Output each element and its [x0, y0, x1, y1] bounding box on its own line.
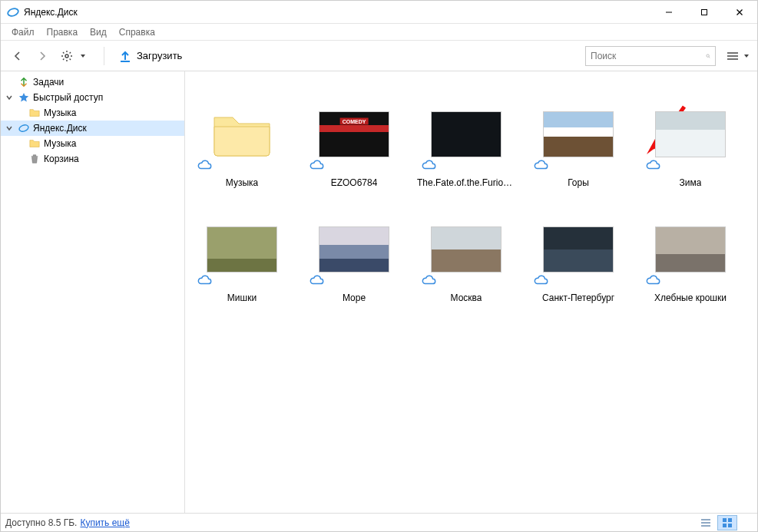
svg-point-12: [727, 52, 729, 54]
content-area: МузыкаEZOO6784The.Fate.of.the.Furious.2.…: [185, 71, 757, 513]
file-name: Мишки: [227, 292, 257, 303]
status-available: Доступно 8.5 ГБ.: [5, 517, 77, 528]
svg-point-13: [727, 55, 729, 57]
sidebar-label-yadisk-music: Музыка: [44, 138, 76, 149]
svg-point-5: [65, 55, 68, 58]
cloud-status-icon: [529, 159, 627, 173]
thumbnail: [641, 202, 740, 273]
svg-rect-19: [723, 518, 727, 522]
folder-icon: [28, 137, 41, 150]
cloud-status-icon: [305, 159, 403, 173]
thumbnail: [305, 87, 403, 157]
menu-file[interactable]: Файл: [5, 25, 41, 39]
thumbnail: [417, 87, 515, 157]
view-details-button[interactable]: [696, 515, 716, 530]
file-item[interactable]: Горы: [529, 87, 627, 188]
menu-view[interactable]: Вид: [84, 25, 113, 39]
sidebar-item-yadisk-music[interactable]: Музыка: [1, 136, 184, 151]
file-item[interactable]: EZOO6784: [305, 87, 403, 188]
file-item[interactable]: The.Fate.of.the.Furious.2...: [417, 87, 515, 188]
file-item[interactable]: Зима: [641, 87, 740, 188]
svg-point-15: [18, 124, 29, 133]
view-icons-button[interactable]: [717, 515, 737, 530]
sidebar-item-quick-music[interactable]: Музыка: [1, 105, 184, 121]
back-button[interactable]: [7, 45, 28, 67]
file-item[interactable]: Мишки: [193, 202, 291, 303]
sidebar-item-yandex-disk[interactable]: Яндекс.Диск: [1, 121, 184, 136]
cloud-status-icon: [305, 274, 403, 288]
search-input[interactable]: [591, 51, 706, 61]
svg-rect-17: [701, 522, 710, 524]
svg-rect-22: [728, 524, 732, 527]
toolbar-separator: [104, 47, 104, 65]
forward-button[interactable]: [31, 45, 53, 67]
cloud-status-icon: [193, 274, 291, 288]
file-name: Хлебные крошки: [654, 292, 727, 303]
chevron-down-icon[interactable]: [4, 94, 15, 101]
buy-more-link[interactable]: Купить ещё: [80, 517, 130, 528]
upload-button[interactable]: Загрузить: [114, 45, 187, 68]
cloud-status-icon: [641, 159, 740, 173]
file-name: Море: [343, 292, 366, 303]
thumbnail: [529, 87, 627, 157]
file-item[interactable]: Море: [305, 202, 403, 303]
sidebar-label-yadisk: Яндекс.Диск: [33, 123, 87, 134]
view-mode-dropdown[interactable]: [725, 48, 751, 64]
file-name: Санкт-Петербург: [542, 292, 614, 303]
upload-label: Загрузить: [137, 50, 182, 61]
sidebar-item-trash[interactable]: Корзина: [1, 151, 184, 167]
window-title: Яндекс.Диск: [24, 7, 78, 18]
chevron-down-icon[interactable]: [4, 124, 15, 132]
sidebar-item-tasks[interactable]: Задачи: [1, 74, 184, 90]
file-name: Москва: [451, 292, 482, 303]
svg-line-8: [709, 56, 710, 57]
thumbnail: [417, 202, 515, 273]
thumbnail: [305, 202, 403, 273]
window-controls: [651, 1, 757, 24]
svg-point-0: [7, 7, 19, 17]
folder-icon: [28, 107, 41, 119]
tasks-icon: [18, 76, 30, 88]
svg-rect-2: [702, 9, 707, 15]
file-name: Зима: [680, 177, 702, 188]
cloud-status-icon: [641, 274, 740, 288]
sidebar-label-quick-music: Музыка: [44, 107, 76, 118]
status-bar: Доступно 8.5 ГБ. Купить ещё: [1, 513, 757, 531]
svg-rect-20: [728, 518, 732, 522]
file-item[interactable]: Санкт-Петербург: [529, 202, 627, 303]
cloud-status-icon: [417, 159, 515, 173]
svg-point-7: [707, 54, 709, 56]
svg-rect-18: [701, 525, 710, 527]
svg-rect-16: [701, 519, 710, 520]
title-bar: Яндекс.Диск: [1, 1, 757, 24]
sidebar-label-quick: Быстрый доступ: [33, 92, 103, 103]
search-icon: [706, 51, 710, 61]
file-item[interactable]: Хлебные крошки: [641, 202, 740, 303]
settings-button[interactable]: [56, 45, 78, 67]
file-item[interactable]: Москва: [417, 202, 515, 303]
thumbnail: [193, 202, 291, 273]
app-icon: [7, 6, 19, 18]
view-mode-caret[interactable]: [742, 53, 751, 59]
settings-caret[interactable]: [78, 53, 88, 59]
yandex-disk-icon: [18, 122, 30, 134]
file-name: EZOO6784: [331, 177, 378, 188]
thumbnail: [193, 87, 291, 157]
maximize-button[interactable]: [687, 1, 722, 24]
svg-rect-21: [723, 524, 727, 527]
file-item[interactable]: Музыка: [193, 87, 291, 188]
sidebar-item-quick-access[interactable]: Быстрый доступ: [1, 90, 184, 105]
minimize-button[interactable]: [651, 1, 687, 24]
cloud-status-icon: [417, 274, 515, 288]
close-button[interactable]: [722, 1, 757, 24]
menu-edit[interactable]: Правка: [41, 25, 84, 39]
search-box[interactable]: [585, 46, 716, 66]
trash-icon: [28, 153, 41, 165]
thumbnail: [641, 87, 740, 157]
cloud-status-icon: [529, 274, 627, 288]
menu-help[interactable]: Справка: [113, 25, 161, 39]
file-name: Музыка: [226, 177, 258, 188]
thumbnail: [529, 202, 627, 273]
list-view-icon: [725, 48, 742, 64]
toolbar: Загрузить: [1, 41, 757, 71]
